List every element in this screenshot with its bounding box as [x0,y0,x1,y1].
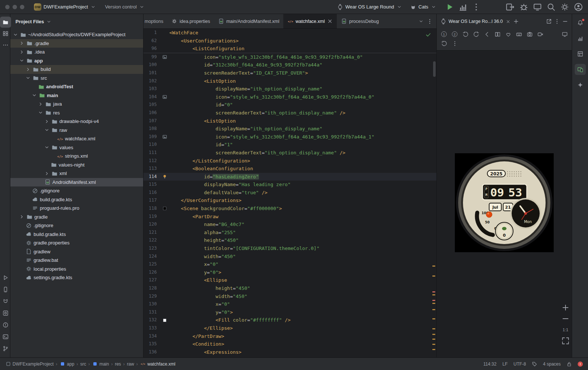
tab-main-androidmanifest-xml[interactable]: Mmain/AndroidManifest.xml [214,14,283,28]
run-tool-button[interactable] [0,272,11,283]
button-1-button[interactable]: 1 [439,30,449,39]
tree-item[interactable]: proguard-rules.pro [10,204,143,213]
line-number[interactable]: 128 [143,284,160,292]
line-number[interactable]: 113 [143,165,160,173]
drawable-preview-icon[interactable] [160,93,169,101]
line-number[interactable]: 105 [143,101,160,109]
drawable-preview-icon[interactable] [160,133,169,141]
close-window-button[interactable] [5,5,10,9]
line-number[interactable]: 114 [143,173,160,181]
line-number[interactable]: 104 [143,93,160,101]
screen-record-button[interactable] [535,30,545,39]
code-line-133[interactable]: 133 </Ellipse> [143,324,436,332]
warning-stripe-mark[interactable] [432,318,435,319]
inspections-status-icon[interactable] [425,32,431,38]
chevron-icon[interactable] [38,110,44,116]
line-number[interactable]: 130 [143,300,160,308]
chevron-icon[interactable] [25,75,31,81]
line-number[interactable]: 100 [143,61,160,69]
zoom-reset-button[interactable]: 1:1 [561,326,570,334]
app-inspection-button[interactable] [0,308,11,319]
code-line-114[interactable]: 114 id="hasLeadingZero" [143,173,436,181]
code-line-124[interactable]: 124 width="450" [143,253,436,261]
code-line-132[interactable]: 132 <Fill color="#ffffffff" /> [143,316,436,324]
heart-rate-button[interactable] [503,30,513,39]
color-swatch-white[interactable] [160,316,169,324]
device-manager-button[interactable] [0,284,11,295]
code-line-119[interactable]: 119 <PartDraw [143,213,436,221]
run-button[interactable] [445,3,454,11]
tree-item[interactable]: ~/AndroidStudioProjects/DWFExampleProjec… [10,30,143,39]
tree-item[interactable]: values [10,143,143,152]
code-line-117[interactable]: 117 </UserConfigurations> [143,196,436,205]
line-number[interactable]: 119 [143,213,160,221]
tag-widget[interactable] [532,362,537,367]
readonly-widget[interactable] [567,362,572,367]
line-number[interactable]: 101 [143,69,160,77]
tree-item[interactable]: .idea [10,48,143,56]
breadcrumb-item[interactable]: app [59,361,74,367]
profiler-button[interactable] [459,3,467,11]
code-area[interactable]: 99 icon="style_wfs_312c30bf_f64a_461e_9c… [143,53,436,357]
code-line-99[interactable]: 99 icon="style_wfs_312c30bf_f64a_461e_9c… [143,53,436,61]
breadcrumb-item[interactable]: res [115,362,121,367]
warning-stripe-mark[interactable] [432,339,435,340]
code-line-103[interactable]: 103 displayName="ith_option_display_name… [143,85,436,93]
chevron-icon[interactable] [13,32,18,38]
tree-item[interactable]: xml [10,169,143,178]
warning-stripe-mark[interactable] [432,309,435,310]
tree-item[interactable]: res [10,109,143,117]
line-number[interactable]: 117 [143,196,160,205]
code-line-127[interactable]: 127 <Ellipse [143,276,436,284]
code-line-126[interactable]: 126 y="0"> [143,268,436,277]
tab-options-icon[interactable] [427,18,433,24]
tree-item[interactable]: settings.gradle.kts [10,273,143,282]
fold-button[interactable] [492,30,502,39]
device-streaming-icon[interactable] [533,3,542,11]
version-control-widget[interactable]: Version control [102,3,148,11]
tree-item[interactable]: java [10,100,143,109]
warning-stripe-mark[interactable] [432,294,435,295]
chevron-icon[interactable] [44,127,50,133]
line-number[interactable]: 106 [143,109,160,117]
warning-stripe-mark[interactable] [432,349,435,350]
line-number[interactable]: 109 [143,133,160,141]
warning-stripe-mark[interactable] [432,303,435,304]
tree-item[interactable]: app [10,56,143,65]
tree-item[interactable]: drawable-nodpi-v4 [10,117,143,126]
line-number[interactable]: 99 [143,53,160,61]
code-line-118[interactable]: 118 <Scene backgroundColor="#ff000000"> [143,205,436,213]
code-line-108[interactable]: 108 displayName="ith_option_display_name… [143,125,436,133]
rotate-left-button[interactable] [460,30,470,39]
code-line-123[interactable]: 123 tintColor="[CONFIGURATION.themeColor… [143,244,436,253]
code-line-112[interactable]: 112 </ListConfiguration> [143,157,436,165]
commit-button[interactable] [0,28,11,39]
line-number[interactable]: 129 [143,292,160,301]
tree-item[interactable]: raw [10,126,143,135]
breadcrumb-item[interactable]: raw [127,362,134,367]
breadcrumb-item[interactable]: src [80,362,86,367]
code-line-1[interactable]: 1<WatchFace [143,29,436,37]
problems-button[interactable] [0,319,11,330]
error-stripe-mark[interactable] [432,291,435,292]
tree-item[interactable]: build [10,65,143,74]
line-number[interactable]: 125 [143,260,160,268]
tree-item[interactable]: gradle [10,213,143,222]
restart-device-button[interactable] [439,39,449,48]
code-line-106[interactable]: 106 screenReaderText="ith_option_display… [143,109,436,117]
drawable-preview-icon[interactable] [160,53,169,61]
code-line-115[interactable]: 115 displayName="Has leading zero" [143,181,436,189]
project-view-selector[interactable]: Project Files [15,19,44,24]
tree-item[interactable]: MAndroidManifest.xml [10,178,143,187]
chevron-icon[interactable] [25,66,31,72]
code-line-113[interactable]: 113 <BooleanConfiguration [143,165,436,173]
close-device-tab-icon[interactable] [505,18,511,24]
device-selector[interactable]: Wear OS Large Round [334,3,405,11]
encoding-widget[interactable]: UTF-8 [513,362,526,367]
tree-item[interactable]: values-night [10,161,143,169]
rotate-right-button[interactable] [471,30,481,39]
device-more-button[interactable] [450,39,460,48]
code-line-129[interactable]: 129 width="450" [143,292,436,301]
watch-face[interactable]: 2025PM0953Jul21Mon1005000 [455,153,554,252]
code-line-128[interactable]: 128 height="450" [143,284,436,292]
